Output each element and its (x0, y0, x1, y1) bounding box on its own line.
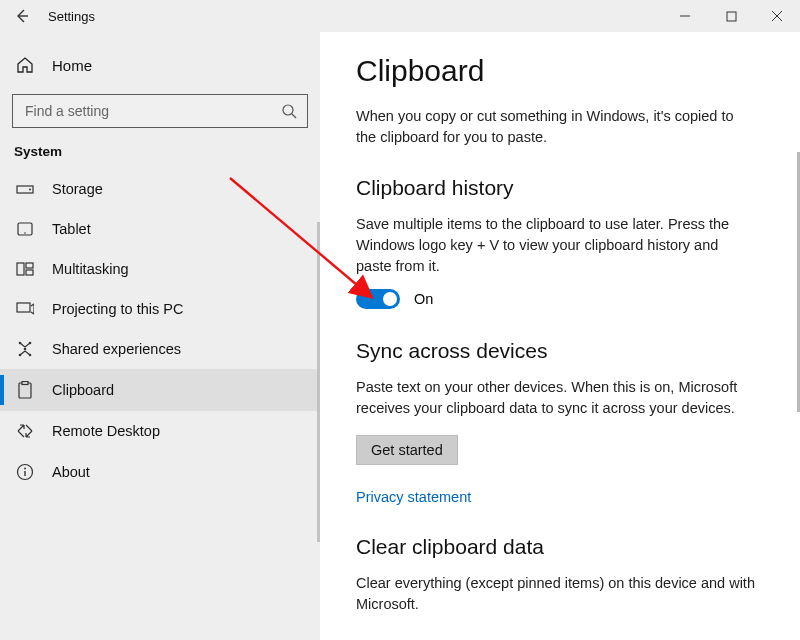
content-pane: Clipboard When you copy or cut something… (320, 32, 800, 640)
sidebar-section-label: System (0, 140, 320, 169)
svg-rect-8 (26, 270, 33, 275)
page-title: Clipboard (356, 54, 756, 88)
sidebar-item-clipboard[interactable]: Clipboard (0, 369, 320, 411)
maximize-button[interactable] (708, 0, 754, 32)
search-box[interactable] (12, 94, 308, 128)
sidebar-item-tablet[interactable]: Tablet (0, 209, 320, 249)
sidebar-item-label: Shared experiences (52, 341, 181, 357)
minimize-icon (679, 10, 691, 22)
search-input[interactable] (23, 102, 253, 120)
svg-rect-6 (17, 263, 24, 275)
tablet-icon (16, 222, 34, 236)
svg-point-5 (24, 232, 26, 234)
sidebar-item-label: Tablet (52, 221, 91, 237)
toggle-knob-icon (383, 292, 397, 306)
back-arrow-icon (14, 8, 30, 24)
sidebar-item-label: Projecting to this PC (52, 301, 183, 317)
sidebar-item-label: Remote Desktop (52, 423, 160, 439)
about-icon (16, 463, 34, 481)
svg-point-18 (24, 468, 26, 470)
close-icon (771, 10, 783, 22)
sidebar-item-label: Clipboard (52, 382, 114, 398)
sync-desc: Paste text on your other devices. When t… (356, 377, 756, 419)
maximize-icon (726, 11, 737, 22)
privacy-statement-link[interactable]: Privacy statement (356, 489, 471, 505)
projecting-icon (16, 302, 34, 316)
sidebar-item-label: Multitasking (52, 261, 129, 277)
svg-point-14 (24, 348, 27, 351)
clear-desc: Clear everything (except pinned items) o… (356, 573, 756, 615)
clipboard-history-toggle-state: On (414, 291, 433, 307)
search-icon (281, 103, 297, 119)
sidebar-item-remote-desktop[interactable]: Remote Desktop (0, 411, 320, 451)
sidebar-item-label: Storage (52, 181, 103, 197)
sidebar-home-label: Home (52, 57, 92, 74)
svg-point-1 (283, 105, 293, 115)
clipboard-history-toggle[interactable] (356, 289, 400, 309)
sync-heading: Sync across devices (356, 339, 756, 363)
title-bar: Settings (0, 0, 800, 32)
svg-rect-0 (727, 12, 736, 21)
clipboard-icon (16, 381, 34, 399)
sidebar-item-shared-experiences[interactable]: Shared experiences (0, 329, 320, 369)
back-button[interactable] (0, 0, 44, 32)
svg-rect-7 (26, 263, 33, 268)
svg-point-11 (19, 354, 22, 357)
multitasking-icon (16, 262, 34, 276)
shared-experiences-icon (16, 341, 34, 357)
storage-icon (16, 182, 34, 196)
svg-rect-15 (19, 383, 31, 398)
sidebar-item-projecting[interactable]: Projecting to this PC (0, 289, 320, 329)
svg-rect-9 (17, 303, 30, 312)
sidebar-item-label: About (52, 464, 90, 480)
minimize-button[interactable] (662, 0, 708, 32)
sidebar: Home System Storage Tablet Multita (0, 32, 320, 640)
get-started-button[interactable]: Get started (356, 435, 458, 465)
page-intro-text: When you copy or cut something in Window… (356, 106, 756, 148)
svg-point-10 (19, 342, 22, 345)
svg-point-12 (29, 342, 32, 345)
window-title: Settings (44, 9, 95, 24)
sidebar-home[interactable]: Home (0, 50, 320, 80)
home-icon (16, 56, 34, 74)
clear-heading: Clear clipboard data (356, 535, 756, 559)
clipboard-history-desc: Save multiple items to the clipboard to … (356, 214, 756, 277)
sidebar-item-about[interactable]: About (0, 451, 320, 493)
svg-point-13 (29, 354, 32, 357)
remote-desktop-icon (16, 423, 34, 439)
close-button[interactable] (754, 0, 800, 32)
clipboard-history-heading: Clipboard history (356, 176, 756, 200)
sidebar-item-storage[interactable]: Storage (0, 169, 320, 209)
svg-point-3 (29, 189, 31, 191)
sidebar-item-multitasking[interactable]: Multitasking (0, 249, 320, 289)
svg-rect-16 (22, 382, 28, 385)
